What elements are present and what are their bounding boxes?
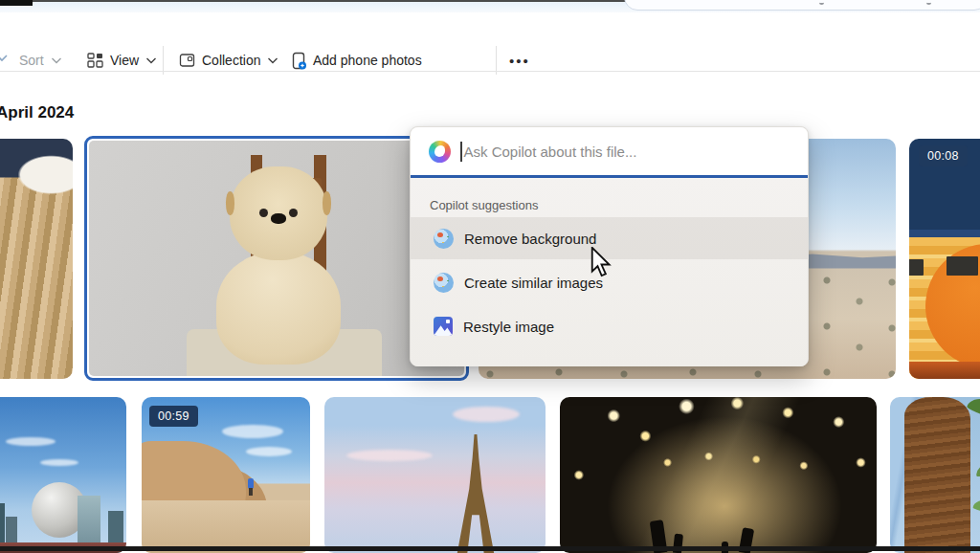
video-thumbnail-desert-hiker[interactable]: 00:59 xyxy=(142,397,310,553)
video-thumbnail-orange-building[interactable]: 00:08 xyxy=(909,139,980,379)
photo-thumbnail-eiffel-tower[interactable] xyxy=(324,397,546,553)
video-duration-badge: 00:08 xyxy=(919,145,968,166)
eiffel-tower-silhouette xyxy=(453,434,499,553)
chevron-down-icon xyxy=(0,53,9,62)
copilot-icon xyxy=(429,141,451,163)
photo-thumbnail-science-world[interactable] xyxy=(0,397,126,553)
grid-view-icon xyxy=(87,53,103,69)
search-icon xyxy=(819,0,824,5)
view-button[interactable]: View xyxy=(87,47,157,74)
add-phone-photos-button[interactable]: Add phone photos xyxy=(292,47,422,74)
chevron-down-icon xyxy=(145,56,157,64)
photo-thumbnail-fur-closeup[interactable] xyxy=(0,139,73,379)
collection-icon xyxy=(179,53,195,68)
collection-button[interactable]: Collection xyxy=(179,47,278,74)
video-duration-badge: 00:59 xyxy=(149,406,198,427)
chevron-down-icon xyxy=(51,56,62,64)
copilot-input-placeholder: Ask Copilot about this file... xyxy=(464,144,637,160)
menu-item-label: Restyle image xyxy=(463,319,554,335)
menu-item-label: Create similar images xyxy=(464,275,603,291)
photo-thumbnail-concert[interactable] xyxy=(560,397,877,553)
phone-add-icon xyxy=(292,52,306,70)
search-glyph-fragment xyxy=(926,0,931,5)
date-group-heading: April 2024 xyxy=(0,103,74,122)
sort-button-label: Sort xyxy=(19,53,44,68)
image-icon xyxy=(434,317,453,336)
text-caret xyxy=(460,142,462,162)
photos-app-window: Sort View xyxy=(0,0,980,553)
mouse-cursor xyxy=(590,247,612,281)
photo-thumbnail-palm-trees[interactable] xyxy=(890,397,980,553)
dog-photo xyxy=(89,141,464,376)
chevron-down-icon xyxy=(267,56,278,64)
sort-button[interactable]: Sort xyxy=(19,47,62,74)
add-phone-photos-label: Add phone photos xyxy=(313,53,422,68)
menu-item-label: Remove background xyxy=(464,231,596,247)
copilot-input[interactable]: Ask Copilot about this file... xyxy=(411,127,808,175)
palette-icon xyxy=(434,229,454,249)
more-options-button[interactable]: ••• xyxy=(509,47,530,74)
toolbar-separator xyxy=(0,71,980,72)
suggestions-header: Copilot suggestions xyxy=(430,198,538,212)
menu-item-restyle-image[interactable]: Restyle image xyxy=(411,305,808,347)
collection-button-label: Collection xyxy=(202,53,260,68)
taskbar-edge xyxy=(0,546,980,551)
window-corner-fragment xyxy=(0,0,33,6)
ellipsis-icon: ••• xyxy=(509,53,530,69)
view-button-label: View xyxy=(110,53,139,68)
palette-icon xyxy=(434,273,454,293)
toolbar: Sort View xyxy=(0,12,980,71)
